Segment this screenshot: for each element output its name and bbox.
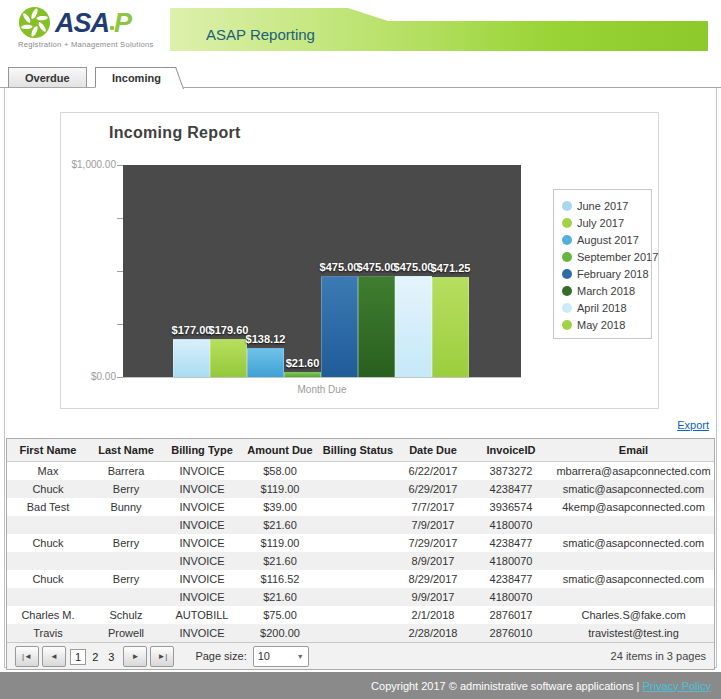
legend-item: April 2018 bbox=[562, 299, 651, 316]
table-cell: $200.00 bbox=[241, 624, 319, 642]
table-cell: 6/29/2017 bbox=[397, 480, 469, 498]
table-cell: 4180070 bbox=[469, 588, 553, 606]
bar-june-2017 bbox=[173, 339, 210, 377]
tab-overdue[interactable]: Overdue bbox=[8, 67, 87, 88]
legend-item: June 2017 bbox=[562, 197, 651, 214]
legend-swatch-icon bbox=[562, 252, 572, 262]
table-cell: INVOICE bbox=[163, 462, 241, 481]
legend-label: February 2018 bbox=[577, 268, 649, 280]
table-cell bbox=[7, 516, 89, 534]
privacy-policy-link[interactable]: Privacy Policy bbox=[643, 680, 711, 692]
chart-plot: $177.00$179.60$138.12$21.60$475.00$475.0… bbox=[123, 165, 521, 378]
first-page-icon: |◄ bbox=[22, 652, 32, 661]
table-cell: $21.60 bbox=[241, 588, 319, 606]
table-row[interactable]: INVOICE$21.608/9/20174180070 bbox=[7, 552, 714, 570]
table-row[interactable]: Bad TestBunnyINVOICE$39.007/7/2017393657… bbox=[7, 498, 714, 516]
table-cell: $21.60 bbox=[241, 516, 319, 534]
table-cell: $58.00 bbox=[241, 462, 319, 481]
y-axis-tick bbox=[117, 271, 123, 272]
bar-value-label: $475.00 bbox=[320, 261, 360, 273]
table-header-row: First NameLast NameBilling TypeAmount Du… bbox=[7, 439, 714, 462]
page-size-value: 10 bbox=[258, 650, 270, 662]
brand-wordmark: ASAP bbox=[55, 8, 131, 38]
last-page-button[interactable]: ►| bbox=[150, 646, 174, 667]
table-row[interactable]: MaxBarreraINVOICE$58.006/22/20173873272m… bbox=[7, 462, 714, 481]
table-cell: 8/9/2017 bbox=[397, 552, 469, 570]
table-cell bbox=[553, 588, 714, 606]
page-size-label: Page size: bbox=[195, 650, 246, 662]
page-number-1[interactable]: 1 bbox=[70, 649, 86, 665]
prev-page-icon: ◄ bbox=[50, 652, 58, 661]
table-cell: 9/9/2017 bbox=[397, 588, 469, 606]
bar-march-2018 bbox=[358, 276, 395, 377]
tab-incoming[interactable]: Incoming bbox=[95, 67, 171, 88]
first-page-button[interactable]: |◄ bbox=[15, 646, 39, 667]
table-cell: INVOICE bbox=[163, 498, 241, 516]
table-cell: $119.00 bbox=[241, 534, 319, 552]
brand-suffix: P bbox=[114, 8, 131, 38]
column-header[interactable]: First Name bbox=[7, 439, 89, 462]
table-cell bbox=[89, 552, 163, 570]
table-row[interactable]: INVOICE$21.607/9/20174180070 bbox=[7, 516, 714, 534]
table-row[interactable]: ChuckBerryINVOICE$116.528/29/20174238477… bbox=[7, 570, 714, 588]
legend-label: July 2017 bbox=[577, 217, 624, 229]
column-header[interactable]: Date Due bbox=[397, 439, 469, 462]
bar-value-label: $475.00 bbox=[357, 261, 397, 273]
legend-item: September 2017 bbox=[562, 248, 651, 265]
table-cell bbox=[319, 480, 397, 498]
table-row[interactable]: ChuckBerryINVOICE$119.007/29/20174238477… bbox=[7, 534, 714, 552]
legend-swatch-icon bbox=[562, 303, 572, 313]
table-cell: 8/29/2017 bbox=[397, 570, 469, 588]
column-header[interactable]: Billing Type bbox=[163, 439, 241, 462]
column-header[interactable]: InvoiceID bbox=[469, 439, 553, 462]
table-row[interactable]: ChuckBerryINVOICE$119.006/29/20174238477… bbox=[7, 480, 714, 498]
y-axis-min-label: $0.00 bbox=[61, 371, 116, 382]
column-header[interactable]: Billing Status bbox=[319, 439, 397, 462]
column-header[interactable]: Amount Due bbox=[241, 439, 319, 462]
table-row[interactable]: INVOICE$21.609/9/20174180070 bbox=[7, 588, 714, 606]
table-cell bbox=[319, 606, 397, 624]
table-cell: $116.52 bbox=[241, 570, 319, 588]
table-cell: INVOICE bbox=[163, 534, 241, 552]
table-cell bbox=[7, 552, 89, 570]
y-axis-tick bbox=[117, 324, 123, 325]
content-panel: Incoming Report $1,000.00 $0.00 $177.00$… bbox=[4, 88, 717, 668]
table-row[interactable]: TravisProwellINVOICE$200.002/28/20182876… bbox=[7, 624, 714, 642]
y-axis-tick bbox=[117, 377, 123, 378]
table-cell: AUTOBILL bbox=[163, 606, 241, 624]
export-link[interactable]: Export bbox=[677, 419, 709, 431]
table-cell: 7/7/2017 bbox=[397, 498, 469, 516]
x-axis-label: Month Due bbox=[123, 384, 521, 395]
table-cell: Prowell bbox=[89, 624, 163, 642]
chart-title: Incoming Report bbox=[109, 124, 241, 142]
column-header[interactable]: Email bbox=[553, 439, 714, 462]
table-cell: 4238477 bbox=[469, 534, 553, 552]
legend-label: April 2018 bbox=[577, 302, 627, 314]
table-cell: Chuck bbox=[7, 534, 89, 552]
page-size-select[interactable]: 10 ▼ bbox=[253, 646, 309, 667]
table-cell: 4180070 bbox=[469, 516, 553, 534]
table-cell: Bunny bbox=[89, 498, 163, 516]
table-cell: 3873272 bbox=[469, 462, 553, 481]
bar-september-2017 bbox=[284, 372, 321, 377]
table-row[interactable]: Charles M.SchulzAUTOBILL$75.002/1/201828… bbox=[7, 606, 714, 624]
table-cell: smatic@asapconnected.com bbox=[553, 534, 714, 552]
table-cell: $119.00 bbox=[241, 480, 319, 498]
last-page-icon: ►| bbox=[157, 652, 167, 661]
column-header[interactable]: Last Name bbox=[89, 439, 163, 462]
legend-item: March 2018 bbox=[562, 282, 651, 299]
legend-swatch-icon bbox=[562, 218, 572, 228]
results-table: First NameLast NameBilling TypeAmount Du… bbox=[7, 439, 714, 642]
table-cell: INVOICE bbox=[163, 570, 241, 588]
page-title: ASAP Reporting bbox=[206, 26, 315, 43]
next-page-button[interactable]: ► bbox=[123, 646, 147, 667]
table-cell bbox=[553, 552, 714, 570]
footer: Copyright 2017 © administrative software… bbox=[0, 672, 721, 699]
prev-page-button[interactable]: ◄ bbox=[42, 646, 66, 667]
table-cell bbox=[319, 552, 397, 570]
legend-label: March 2018 bbox=[577, 285, 635, 297]
page-number-2[interactable]: 2 bbox=[88, 650, 102, 664]
page-number-3[interactable]: 3 bbox=[104, 650, 118, 664]
table-cell: $75.00 bbox=[241, 606, 319, 624]
table-cell: Chuck bbox=[7, 570, 89, 588]
